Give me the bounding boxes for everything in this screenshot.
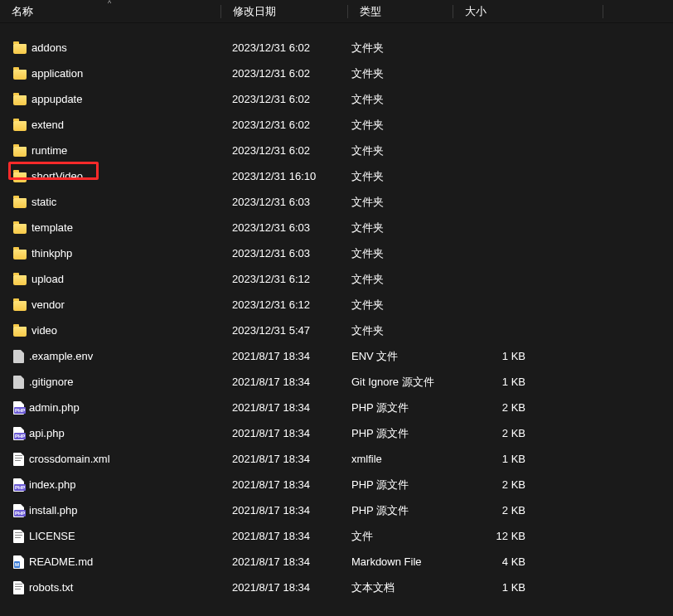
cell-type: 文件夹 [346, 195, 451, 210]
cell-type: 文件夹 [346, 66, 451, 81]
file-row[interactable]: PHPindex.php2021/8/17 18:34PHP 源文件2 KB [0, 472, 673, 497]
cell-date: 2023/12/31 6:12 [220, 273, 346, 285]
folder-icon [13, 301, 27, 311]
file-row[interactable]: .example.env2021/8/17 18:34ENV 文件1 KB [0, 343, 673, 369]
cell-name: LICENSE [0, 530, 220, 543]
annotation-arrow [0, 600, 673, 616]
cell-size: 2 KB [451, 401, 600, 414]
cell-type: Markdown File [346, 555, 451, 568]
php-badge-icon: PHP [14, 407, 26, 414]
file-row[interactable]: PHPapi.php2021/8/17 18:34PHP 源文件2 KB [0, 420, 673, 446]
php-badge-icon: PHP [14, 433, 26, 439]
cell-date: 2023/12/31 6:03 [220, 221, 346, 234]
file-row[interactable]: robots.txt2021/8/17 18:34文本文档1 KB [0, 575, 673, 600]
cell-name: thinkphp [0, 247, 220, 259]
file-row[interactable]: PHPinstall.php2021/8/17 18:34PHP 源文件2 KB [0, 497, 673, 523]
file-name-label: appupdate [31, 93, 82, 105]
php-badge-icon: PHP [14, 510, 26, 517]
file-name-label: api.php [29, 427, 65, 439]
sort-indicator-icon: ^ [108, 0, 111, 7]
cell-type: 文件夹 [346, 246, 451, 261]
cell-date: 2023/12/31 6:02 [220, 41, 346, 54]
file-row[interactable]: .gitignore2021/8/17 18:34Git Ignore 源文件1… [0, 369, 673, 395]
file-name-label: thinkphp [31, 247, 72, 259]
cell-date: 2021/8/17 18:34 [220, 555, 346, 568]
cell-date: 2021/8/17 18:34 [220, 401, 346, 414]
cell-name: extend [0, 119, 220, 131]
file-name-label: README.md [29, 555, 93, 568]
cell-type: PHP 源文件 [346, 426, 451, 441]
file-row[interactable]: addons2023/12/31 6:02文件夹 [0, 35, 673, 61]
file-row[interactable]: template2023/12/31 6:03文件夹 [0, 215, 673, 240]
cell-date: 2023/12/31 6:12 [220, 298, 346, 311]
cell-name: application [0, 67, 220, 80]
cell-date: 2021/8/17 18:34 [220, 376, 346, 388]
cell-name: PHPindex.php [0, 478, 220, 492]
file-row[interactable]: runtime2023/12/31 6:02文件夹 [0, 138, 673, 163]
cell-date: 2023/12/31 6:02 [220, 144, 346, 157]
cell-date: 2023/12/31 6:02 [220, 119, 346, 131]
folder-icon [13, 70, 27, 80]
file-name-label: runtime [31, 144, 67, 157]
file-row[interactable]: PHPadmin.php2021/8/17 18:34PHP 源文件2 KB [0, 395, 673, 420]
column-divider[interactable] [603, 5, 603, 18]
folder-icon [13, 275, 27, 285]
cell-date: 2023/12/31 5:47 [220, 324, 346, 337]
cell-date: 2023/12/31 16:10 [220, 170, 346, 182]
file-row[interactable]: video2023/12/31 5:47文件夹 [0, 318, 673, 343]
cell-size: 2 KB [451, 478, 600, 491]
cell-date: 2023/12/31 6:02 [220, 93, 346, 105]
file-name-label: application [31, 67, 83, 80]
php-badge-icon: PHP [14, 484, 26, 491]
file-icon [13, 376, 24, 389]
folder-icon [13, 224, 27, 234]
file-row[interactable]: crossdomain.xml2021/8/17 18:34xmlfile1 K… [0, 446, 673, 472]
file-name-label: LICENSE [29, 530, 75, 542]
file-name-label: crossdomain.xml [29, 453, 110, 465]
file-row[interactable]: extend2023/12/31 6:02文件夹 [0, 112, 673, 138]
file-name-label: shortVideo [31, 170, 83, 182]
folder-icon [13, 250, 27, 259]
cell-size: 12 KB [451, 530, 600, 542]
cell-type: PHP 源文件 [346, 503, 451, 518]
file-row[interactable]: static2023/12/31 6:03文件夹 [0, 189, 673, 215]
column-type-label: 类型 [360, 4, 381, 19]
file-row[interactable]: vendor2023/12/31 6:12文件夹 [0, 292, 673, 318]
cell-date: 2021/8/17 18:34 [220, 427, 346, 439]
file-name-label: vendor [31, 298, 65, 311]
column-type[interactable]: 类型 [348, 0, 453, 22]
file-name-label: upload [31, 273, 64, 285]
text-lines-icon [15, 455, 22, 463]
text-lines-icon [15, 532, 22, 540]
cell-name: appupdate [0, 93, 220, 105]
cell-date: 2023/12/31 6:03 [220, 196, 346, 208]
file-icon: PHP [13, 478, 24, 492]
file-row[interactable]: upload2023/12/31 6:12文件夹 [0, 266, 673, 292]
file-row[interactable]: thinkphp2023/12/31 6:03文件夹 [0, 240, 673, 266]
cell-type: PHP 源文件 [346, 400, 451, 415]
folder-icon [13, 121, 27, 131]
md-badge-icon: M [14, 561, 20, 568]
file-row[interactable]: MREADME.md2021/8/17 18:34Markdown File4 … [0, 549, 673, 575]
cell-name: upload [0, 273, 220, 285]
file-name-label: static [31, 196, 56, 208]
folder-icon [13, 147, 27, 157]
file-row[interactable]: LICENSE2021/8/17 18:34文件12 KB [0, 523, 673, 549]
file-icon [13, 581, 24, 594]
cell-size: 4 KB [451, 555, 600, 568]
cell-size: 1 KB [451, 453, 600, 465]
file-icon [13, 350, 24, 363]
file-icon [13, 530, 24, 543]
cell-type: 文本文档 [346, 580, 451, 595]
file-name-label: template [31, 221, 73, 234]
file-row[interactable]: appupdate2023/12/31 6:02文件夹 [0, 86, 673, 112]
cell-type: ENV 文件 [346, 349, 451, 364]
column-name[interactable]: 名称 ^ [0, 0, 220, 22]
file-icon: M [13, 555, 24, 569]
column-size[interactable]: 大小 [453, 0, 603, 22]
file-row[interactable]: shortVideo2023/12/31 16:10文件夹 [0, 163, 673, 189]
file-row[interactable]: application2023/12/31 6:02文件夹 [0, 61, 673, 86]
column-date[interactable]: 修改日期 [221, 0, 347, 22]
cell-name: PHPadmin.php [0, 401, 220, 415]
cell-type: 文件 [346, 529, 451, 544]
